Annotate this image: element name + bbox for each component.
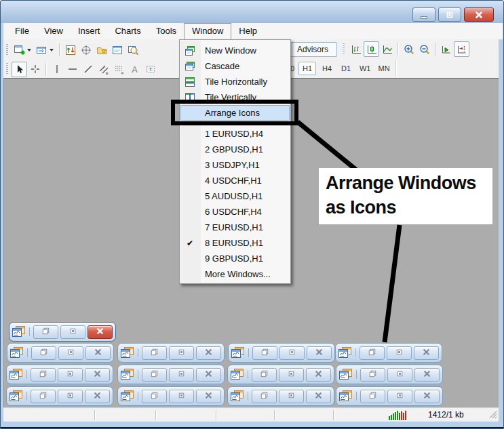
crosshair-button[interactable]	[27, 62, 43, 77]
fibonacci-button[interactable]: F	[111, 62, 127, 77]
menu-item-chart-8[interactable]: ✔8 EURUSD,H1	[180, 235, 290, 251]
minimized-chart-window[interactable]	[336, 365, 443, 384]
minimized-chart-window[interactable]	[7, 343, 114, 363]
close-button[interactable]	[464, 7, 494, 22]
equidistant-channel-button[interactable]: E	[96, 62, 111, 77]
minimized-chart-window[interactable]	[336, 386, 443, 406]
toolbar-grip[interactable]	[6, 63, 8, 75]
maximize-button[interactable]	[169, 346, 194, 360]
minimized-chart-window[interactable]	[117, 365, 225, 384]
menu-item-chart-5[interactable]: 5 AUDUSD,H1	[180, 188, 290, 204]
restore-button[interactable]	[142, 368, 167, 382]
menubar-item-file[interactable]: File	[7, 23, 37, 39]
zoom-in-button[interactable]	[401, 41, 416, 57]
data-window-button[interactable]	[78, 42, 94, 58]
auto-scroll-button[interactable]	[438, 41, 454, 57]
menubar-item-tools[interactable]: Tools	[149, 23, 184, 39]
minimized-chart-window[interactable]	[9, 322, 116, 342]
maximize-button[interactable]	[169, 390, 194, 403]
close-button[interactable]	[414, 368, 440, 382]
menu-item-tile-vertically[interactable]: Tile Vertically	[180, 89, 290, 105]
dropdown-caret-icon[interactable]	[27, 49, 31, 52]
menu-item-more-windows[interactable]: More Windows...	[180, 266, 290, 282]
timeframe-h1-button[interactable]: H1	[298, 62, 316, 75]
minimize-button[interactable]	[412, 7, 435, 22]
menubar-item-window[interactable]: Window	[184, 23, 231, 39]
restore-button[interactable]	[142, 390, 167, 403]
maximize-button[interactable]	[387, 390, 412, 403]
menubar-item-help[interactable]: Help	[231, 23, 265, 39]
maximize-button[interactable]	[58, 346, 83, 360]
minimized-chart-window[interactable]	[228, 343, 335, 363]
new-chart-button[interactable]	[12, 42, 27, 58]
terminal-button[interactable]	[109, 42, 125, 58]
line-chart-button[interactable]	[379, 41, 395, 57]
minimized-chart-window[interactable]	[6, 386, 113, 406]
close-button[interactable]	[306, 368, 331, 382]
minimized-chart-window[interactable]	[227, 365, 334, 384]
menu-item-arrange-icons[interactable]: Arrange Icons	[180, 105, 290, 121]
menubar-item-charts[interactable]: Charts	[107, 23, 148, 39]
text-button[interactable]: A	[127, 62, 142, 77]
maximize-button[interactable]	[279, 346, 305, 360]
menubar-item-insert[interactable]: Insert	[71, 23, 108, 39]
restore-button[interactable]	[360, 390, 385, 403]
close-button[interactable]	[85, 346, 111, 360]
horizontal-line-button[interactable]	[64, 62, 80, 77]
close-button[interactable]	[85, 390, 110, 403]
maximize-button[interactable]	[387, 346, 412, 360]
close-button[interactable]	[196, 346, 221, 360]
menu-item-chart-6[interactable]: 6 USDCHF,H4	[180, 204, 290, 220]
close-button[interactable]	[88, 325, 113, 339]
minimized-chart-window[interactable]	[117, 386, 225, 406]
timeframe-h4-button[interactable]: H4	[319, 62, 335, 75]
maximize-button[interactable]	[279, 390, 304, 403]
maximize-button[interactable]	[60, 325, 85, 339]
close-button[interactable]	[196, 390, 221, 403]
maximize-button[interactable]	[58, 368, 83, 382]
restore-button[interactable]	[360, 368, 385, 382]
market-watch-button[interactable]	[62, 42, 78, 58]
menu-item-chart-7[interactable]: 7 EURUSD,H1	[180, 220, 290, 235]
zoom-out-button[interactable]	[416, 41, 432, 57]
resize-grip[interactable]	[488, 410, 497, 421]
menubar-item-view[interactable]: View	[37, 23, 71, 39]
menu-item-chart-2[interactable]: 2 GBPUSD,H1	[180, 142, 290, 157]
strategy-tester-button[interactable]	[125, 42, 140, 58]
maximize-button[interactable]	[279, 368, 304, 382]
minimized-chart-window[interactable]	[227, 386, 334, 406]
timeframe-mn-button[interactable]: MN	[376, 62, 392, 75]
timeframe-d1-button[interactable]: D1	[338, 62, 354, 75]
menu-item-tile-horizontally[interactable]: Tile Horizontally	[180, 74, 290, 89]
maximize-button[interactable]	[58, 390, 83, 403]
trendline-button[interactable]	[80, 62, 96, 77]
menu-item-chart-9[interactable]: 9 GBPUSD,H1	[180, 251, 290, 266]
restore-button[interactable]	[142, 346, 167, 360]
bar-chart-button[interactable]	[348, 41, 364, 57]
dropdown-caret-icon[interactable]	[50, 49, 54, 52]
close-button[interactable]	[414, 390, 440, 403]
restore-button[interactable]	[438, 7, 461, 22]
minimized-chart-window[interactable]	[117, 343, 225, 363]
candlestick-chart-button[interactable]	[364, 41, 379, 57]
close-button[interactable]	[85, 368, 110, 382]
close-button[interactable]	[306, 390, 331, 403]
cursor-button[interactable]	[12, 62, 27, 77]
restore-button[interactable]	[252, 368, 277, 382]
vertical-line-button[interactable]	[49, 62, 64, 77]
restore-button[interactable]	[252, 390, 277, 403]
toolbar-grip[interactable]	[343, 43, 345, 56]
close-button[interactable]	[414, 346, 439, 360]
restore-button[interactable]	[31, 346, 56, 360]
menu-item-chart-4[interactable]: 4 USDCHF,H1	[180, 173, 290, 188]
toolbar-grip[interactable]	[6, 44, 8, 56]
menu-item-chart-3[interactable]: 3 USDJPY,H1	[180, 157, 290, 173]
maximize-button[interactable]	[169, 368, 194, 382]
chart-profiles-button[interactable]	[34, 42, 50, 58]
maximize-button[interactable]	[387, 368, 412, 382]
close-button[interactable]	[196, 368, 221, 382]
restore-button[interactable]	[31, 368, 56, 382]
timeframe-w1-button[interactable]: W1	[357, 62, 373, 75]
text-label-button[interactable]: T	[142, 62, 158, 77]
menu-item-new-window[interactable]: New Window	[180, 43, 290, 58]
